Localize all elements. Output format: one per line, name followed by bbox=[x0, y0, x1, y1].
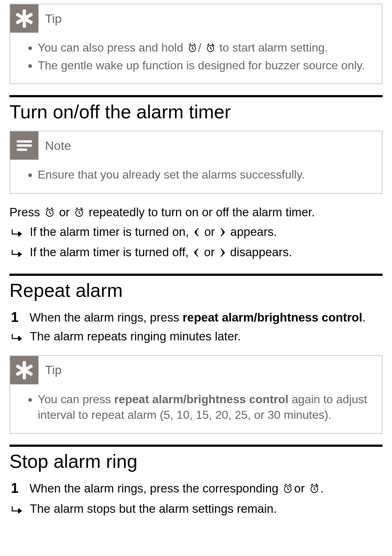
numbered-step-list: 1 When the alarm rings, press repeat ala… bbox=[9, 309, 383, 326]
note-header: Note bbox=[10, 131, 382, 160]
text: or bbox=[294, 482, 308, 495]
section-heading-repeat-alarm: Repeat alarm bbox=[9, 279, 383, 301]
text: If the alarm timer is turned on, bbox=[30, 225, 192, 238]
text: disappears. bbox=[230, 245, 292, 259]
section-divider bbox=[9, 95, 383, 97]
note-item: Ensure that you already set the alarms s… bbox=[38, 167, 370, 183]
text: The alarm repeats ringing minutes later. bbox=[30, 328, 241, 345]
tip-box: Tip You can also press and hold / to sta… bbox=[9, 4, 383, 84]
step-number: 1 bbox=[11, 480, 19, 497]
result-item: The alarm repeats ringing minutes later. bbox=[11, 328, 383, 347]
section-divider bbox=[9, 274, 383, 276]
result-list: The alarm repeats ringing minutes later. bbox=[9, 328, 383, 347]
tip-body: You can press repeat alarm/brightness co… bbox=[10, 384, 382, 433]
note-icon bbox=[10, 131, 38, 160]
text: You can press bbox=[38, 393, 114, 406]
text: or bbox=[59, 205, 73, 219]
tip-item: You can also press and hold / to start a… bbox=[38, 40, 370, 57]
text: When the alarm rings, press bbox=[29, 311, 183, 324]
text: When the alarm rings, press the correspo… bbox=[29, 482, 282, 495]
result-list: If the alarm timer is turned on, or appe… bbox=[9, 224, 383, 263]
step-item: 1 When the alarm rings, press the corres… bbox=[11, 480, 383, 498]
result-arrow-icon bbox=[11, 503, 24, 519]
text: repeatedly to turn on or off the alarm t… bbox=[89, 205, 315, 219]
text: If the alarm timer is turned off, bbox=[30, 245, 192, 259]
asterisk-icon bbox=[10, 4, 38, 33]
sound-right-icon bbox=[219, 225, 226, 242]
alarm2-icon bbox=[309, 482, 320, 498]
text: to start alarm setting. bbox=[219, 41, 328, 54]
sound-left-icon bbox=[193, 245, 200, 262]
section-divider bbox=[9, 445, 383, 447]
text: Press bbox=[9, 205, 44, 219]
alarm1-icon bbox=[282, 482, 293, 498]
tip-body: You can also press and hold / to start a… bbox=[10, 33, 382, 83]
alarm1-icon bbox=[44, 205, 55, 222]
tip-label: Tip bbox=[45, 363, 62, 377]
note-box: Note Ensure that you already set the ala… bbox=[9, 131, 383, 193]
text: You can also press and hold bbox=[38, 41, 187, 54]
numbered-step-list: 1 When the alarm rings, press the corres… bbox=[9, 480, 383, 498]
text: appears. bbox=[230, 225, 277, 238]
alarm2-icon bbox=[205, 41, 216, 57]
tip-box: Tip You can press repeat alarm/brightnes… bbox=[9, 355, 383, 434]
bold-text: repeat alarm/brightness control bbox=[183, 311, 362, 324]
text: The alarm stops but the alarm settings r… bbox=[30, 500, 277, 517]
text: or bbox=[204, 245, 218, 259]
note-label: Note bbox=[45, 139, 71, 153]
result-arrow-icon bbox=[11, 330, 24, 347]
result-item: If the alarm timer is turned off, or dis… bbox=[11, 244, 383, 263]
result-arrow-icon bbox=[11, 226, 24, 242]
result-item: If the alarm timer is turned on, or appe… bbox=[11, 224, 383, 242]
sound-right-icon bbox=[219, 245, 226, 262]
step-item: 1 When the alarm rings, press repeat ala… bbox=[11, 309, 383, 326]
text: . bbox=[362, 311, 366, 324]
alarm2-icon bbox=[74, 205, 85, 222]
result-arrow-icon bbox=[11, 246, 24, 263]
result-list: The alarm stops but the alarm settings r… bbox=[9, 500, 383, 519]
result-item: The alarm stops but the alarm settings r… bbox=[11, 500, 383, 519]
tip-item: You can press repeat alarm/brightness co… bbox=[38, 392, 370, 423]
sound-left-icon bbox=[193, 225, 200, 242]
alarm1-icon bbox=[187, 41, 197, 57]
tip-header: Tip bbox=[10, 4, 382, 33]
asterisk-icon bbox=[10, 356, 38, 384]
bold-text: repeat alarm/brightness control bbox=[114, 393, 289, 406]
text: . bbox=[320, 482, 324, 495]
section-heading-stop-alarm: Stop alarm ring bbox=[9, 450, 383, 472]
tip-label: Tip bbox=[45, 12, 62, 26]
note-body: Ensure that you already set the alarms s… bbox=[10, 160, 382, 193]
tip-item: The gentle wake up function is designed … bbox=[38, 58, 370, 73]
instruction-paragraph: Press or repeatedly to turn on or off th… bbox=[9, 204, 383, 222]
text: / bbox=[198, 41, 201, 54]
section-heading-turn-alarm: Turn on/off the alarm timer bbox=[9, 101, 383, 123]
text: or bbox=[204, 225, 219, 238]
tip-header: Tip bbox=[10, 356, 382, 384]
step-number: 1 bbox=[11, 309, 19, 326]
